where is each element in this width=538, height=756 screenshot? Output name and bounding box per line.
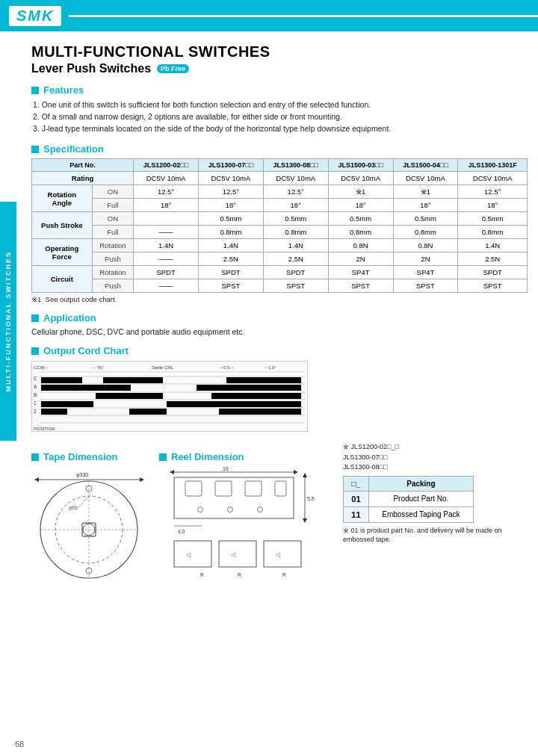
table-row: Rating DC5V 10mA DC5V 10mA DC5V 10mA DC5… <box>32 172 528 185</box>
rot-full-jls1300-08: 18° <box>263 199 328 212</box>
svg-rect-65 <box>264 541 301 567</box>
packing-col-code: □_ <box>344 476 369 491</box>
svg-text:φ60: φ60 <box>69 505 78 511</box>
svg-rect-20 <box>226 377 301 383</box>
svg-rect-22 <box>197 385 301 391</box>
svg-text:◁: ◁ <box>276 551 281 558</box>
circuit-rotation-label: Rotation <box>92 266 134 279</box>
cir-push-jls1500-04: SPST <box>393 279 458 293</box>
rating-jls1300-07: DC5V 10mA <box>198 172 263 185</box>
svg-text:R: R <box>238 572 241 577</box>
push-on-jls1300-08: 0.5mm <box>263 212 328 226</box>
svg-text:B: B <box>34 392 37 397</box>
cir-rot-jls1300-07: SPDT <box>198 266 263 279</box>
push-on-jls1300-1301f: 0.5mm <box>458 212 528 226</box>
spec-footnote: ※1 See output code chart. <box>31 295 528 303</box>
page-number: 68 <box>15 740 24 749</box>
packing-table: □_ Packing 01 Product Part No. 11 Emboss… <box>343 476 474 523</box>
cir-push-jls1200: —— <box>134 279 199 293</box>
svg-rect-53 <box>275 481 286 496</box>
side-label: MULTI-FUNCTIONAL SWITCHES <box>0 202 16 441</box>
cord-chart-svg: CCW← ← 5V Settle CNL →0.5→ →1.0° C A B 1… <box>32 362 308 432</box>
svg-rect-49 <box>174 477 294 518</box>
features-icon <box>31 87 39 94</box>
op-push-label: Push <box>92 252 134 266</box>
main-content: MULTI-FUNCTIONAL SWITCHES Lever Push Swi… <box>21 31 538 597</box>
svg-text:C: C <box>34 376 37 381</box>
side-label-text: MULTI-FUNCTIONAL SWITCHES <box>4 251 12 391</box>
table-row: Full —— 0.8mm 0.8mm 0.8mm 0.8mm 0.8mm <box>32 226 528 239</box>
rotation-on-label: ON <box>92 185 134 199</box>
table-row: Push —— 2.5N 2.5N 2N 2N 2.5N <box>32 252 528 266</box>
of-push-jls1300-08: 2.5N <box>263 252 328 266</box>
cir-rot-jls1300-08: SPDT <box>263 266 328 279</box>
svg-text:Settle CNL: Settle CNL <box>152 365 174 370</box>
col-jls1500-04: JLS1500-04□□ <box>393 159 458 172</box>
svg-point-55 <box>228 507 233 512</box>
svg-rect-26 <box>167 401 301 407</box>
top-bar-line <box>69 15 538 17</box>
svg-text:R: R <box>282 572 286 577</box>
push-on-label: ON <box>92 212 134 226</box>
svg-rect-50 <box>185 481 202 496</box>
packing-col-label: Packing <box>368 476 473 491</box>
op-rotation-label: Rotation <box>92 239 134 252</box>
col-jls1200: JLS1200-02□□ <box>134 159 199 172</box>
svg-text:POSITION: POSITION <box>34 427 55 431</box>
push-on-jls1500-03: 0.5mm <box>328 212 393 226</box>
spec-table: Part No. JLS1200-02□□ JLS1300-07□□ JLS13… <box>31 158 528 293</box>
svg-marker-46 <box>170 470 174 474</box>
table-row: 01 Product Part No. <box>344 491 474 506</box>
packing-code-01: 01 <box>344 491 369 506</box>
svg-rect-52 <box>245 481 262 496</box>
rot-full-jls1300-1301f: 18° <box>458 199 528 212</box>
of-push-jls1300-1301f: 2.5N <box>458 252 528 266</box>
cord-chart-area: CCW← ← 5V Settle CNL →0.5→ →1.0° C A B 1… <box>31 361 308 432</box>
cir-rot-jls1200: SPDT <box>134 266 199 279</box>
push-full-jls1300-08: 0.8mm <box>263 226 328 239</box>
rating-jls1300-1301f: DC5V 10mA <box>458 172 528 185</box>
cir-push-jls1500-03: SPST <box>328 279 393 293</box>
svg-text:→1.0°: →1.0° <box>264 365 276 370</box>
push-on-jls1200 <box>134 212 199 226</box>
svg-text:← 5V: ← 5V <box>92 365 103 370</box>
svg-rect-19 <box>103 377 163 383</box>
app-icon <box>31 315 39 322</box>
cord-chart-title: Output Cord Chart <box>43 345 129 356</box>
circuit-label: Circuit <box>32 266 93 293</box>
feature-item-2: Of a small and narrow design, 2 options … <box>33 111 528 123</box>
col-jls1300-08: JLS1300-08□□ <box>263 159 328 172</box>
svg-rect-64 <box>219 541 256 567</box>
push-on-jls1500-04: 0.5mm <box>393 212 458 226</box>
tape-dimension-section: Tape Dimension φ330 <box>31 442 147 582</box>
svg-text:→0.5→: →0.5→ <box>219 365 234 370</box>
svg-point-54 <box>198 507 203 512</box>
features-list: One unit of this switch is sufficient fo… <box>31 99 528 134</box>
spec-header: Specification <box>31 143 528 155</box>
spec-icon <box>31 146 39 153</box>
table-row: Full 18° 18° 18° 18° 18° 18° <box>32 199 528 212</box>
rot-on-jls1200: 12.5° <box>134 185 199 199</box>
col-partno: Part No. <box>32 159 134 172</box>
svg-text:5.5: 5.5 <box>307 496 315 501</box>
svg-rect-23 <box>96 393 163 399</box>
svg-rect-27 <box>41 409 67 415</box>
main-title: MULTI-FUNCTIONAL SWITCHES <box>31 43 528 61</box>
svg-text:A: A <box>34 384 37 389</box>
feature-item-1: One unit of this switch is sufficient fo… <box>33 99 528 111</box>
of-rot-jls1200: 1.4N <box>134 239 199 252</box>
bottom-row: Tape Dimension φ330 <box>31 442 528 582</box>
app-text: Cellular phone, DSC, DVC and portable au… <box>31 327 528 336</box>
packing-code-11: 11 <box>344 506 369 522</box>
push-full-jls1300-07: 0.8mm <box>198 226 263 239</box>
svg-rect-51 <box>215 481 232 496</box>
svg-point-56 <box>258 507 263 512</box>
reel-svg-wrap: 16 5.5 <box>159 466 331 582</box>
op-force-label: OperatingForce <box>32 239 93 266</box>
app-header: Application <box>31 312 528 323</box>
svg-marker-47 <box>294 470 298 474</box>
rot-on-jls1300-08: 12.5° <box>263 185 328 199</box>
sub-title: Lever Push Switches <box>31 62 151 75</box>
sub-title-row: Lever Push Switches Pb Free <box>31 62 528 75</box>
table-row: Push Stroke ON 0.5mm 0.5mm 0.5mm 0.5mm 0… <box>32 212 528 226</box>
